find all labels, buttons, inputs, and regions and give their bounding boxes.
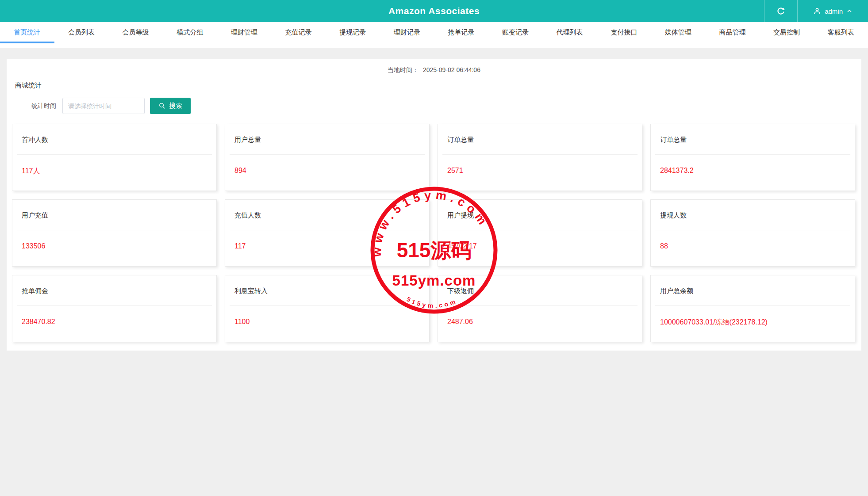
local-time-value: 2025-09-02 06:44:06	[423, 66, 480, 73]
card-divider	[655, 154, 850, 155]
stat-card-title: 订单总量	[660, 136, 845, 144]
stat-card-value: 117	[234, 242, 420, 250]
stat-card-value: 2571	[447, 167, 633, 175]
nav-tabs: 首页统计会员列表会员等级模式分组理财管理充值记录提现记录理财记录抢单记录账变记录…	[0, 22, 868, 48]
refresh-button[interactable]	[764, 0, 797, 22]
stat-card: 下级返佣2487.06	[438, 275, 642, 342]
stat-card: 用户充值133506	[12, 199, 217, 267]
stat-card-title: 用户总量	[234, 136, 420, 144]
stat-card-title: 用户总余额	[660, 287, 845, 295]
local-time: 当地时间： 2025-09-02 06:44:06	[7, 59, 861, 74]
refresh-icon	[776, 6, 786, 16]
tab-12[interactable]: 支付接口	[597, 22, 651, 48]
topbar-controls: admin	[764, 0, 868, 22]
card-divider	[230, 154, 425, 155]
card-divider	[17, 305, 212, 306]
stat-card: 用户总量894	[225, 124, 430, 191]
card-divider	[230, 230, 425, 230]
stat-card-value: 2841373.2	[660, 167, 845, 175]
card-divider	[230, 305, 425, 306]
stat-card-value: 1100	[234, 318, 420, 326]
card-divider	[442, 230, 638, 230]
user-menu[interactable]: admin	[797, 0, 868, 22]
stat-card-title: 下级返佣	[447, 287, 633, 295]
tab-3[interactable]: 会员等级	[108, 22, 163, 48]
stat-card-value: 894	[234, 167, 420, 175]
stat-card-value: 238470.82	[22, 318, 207, 326]
stat-time-input[interactable]	[62, 98, 145, 114]
stat-card-value: 2487.06	[447, 318, 633, 326]
stat-card: 用户提现45702.17	[438, 199, 642, 267]
tab-9[interactable]: 抢单记录	[434, 22, 488, 48]
tab-11[interactable]: 代理列表	[542, 22, 597, 48]
stat-card: 提现人数88	[650, 199, 855, 267]
stat-card-value: 10000607033.01/冻结(232178.12)	[660, 318, 845, 327]
tab-16[interactable]: 客服列表	[814, 22, 868, 48]
stat-card-value: 117人	[22, 167, 207, 176]
tab-14[interactable]: 商品管理	[705, 22, 760, 48]
card-divider	[655, 305, 850, 306]
main-panel: 当地时间： 2025-09-02 06:44:06 商城统计 统计时间 搜索 首…	[7, 59, 861, 351]
local-time-label: 当地时间：	[388, 66, 419, 73]
tab-2[interactable]: 会员列表	[54, 22, 109, 48]
card-divider	[17, 154, 212, 155]
tab-10[interactable]: 账变记录	[488, 22, 543, 48]
section-title: 商城统计	[15, 81, 861, 90]
tab-15[interactable]: 交易控制	[760, 22, 814, 48]
stat-card: 首冲人数117人	[12, 124, 217, 191]
search-icon	[158, 102, 166, 110]
tab-8[interactable]: 理财记录	[380, 22, 434, 48]
stat-card-title: 用户充值	[22, 211, 207, 220]
tab-4[interactable]: 模式分组	[163, 22, 217, 48]
stat-card: 抢单佣金238470.82	[12, 275, 217, 342]
stat-card: 充值人数117	[225, 199, 430, 267]
user-icon	[813, 7, 822, 15]
stat-card: 用户总余额10000607033.01/冻结(232178.12)	[650, 275, 855, 342]
stat-card-value: 88	[660, 242, 845, 250]
stat-card-title: 首冲人数	[22, 136, 207, 144]
search-label: 统计时间	[31, 102, 56, 110]
stat-card-value: 45702.17	[447, 242, 633, 250]
stat-card-title: 提现人数	[660, 211, 845, 220]
stat-card-title: 抢单佣金	[22, 287, 207, 295]
stats-grid: 首冲人数117人用户总量894订单总量2571订单总量2841373.2用户充值…	[12, 124, 855, 342]
card-divider	[442, 305, 638, 306]
stat-card-title: 订单总量	[447, 136, 633, 144]
app-title: Amazon Associates	[0, 6, 868, 16]
user-name: admin	[825, 8, 843, 15]
search-row: 统计时间 搜索	[31, 98, 861, 114]
tab-7[interactable]: 提现记录	[326, 22, 380, 48]
top-bar: Amazon Associates admin	[0, 0, 868, 22]
tab-5[interactable]: 理财管理	[217, 22, 272, 48]
tab-6[interactable]: 充值记录	[271, 22, 326, 48]
stat-card: 订单总量2841373.2	[650, 124, 855, 191]
stat-card-title: 利息宝转入	[234, 287, 420, 295]
search-button-label: 搜索	[169, 102, 182, 110]
card-divider	[17, 230, 212, 230]
search-button[interactable]: 搜索	[150, 98, 191, 114]
tab-1[interactable]: 首页统计	[0, 22, 54, 48]
stat-card-title: 用户提现	[447, 211, 633, 220]
tab-13[interactable]: 媒体管理	[651, 22, 706, 48]
card-divider	[655, 230, 850, 230]
stat-card-title: 充值人数	[234, 211, 420, 220]
stat-card: 利息宝转入1100	[225, 275, 430, 342]
card-divider	[442, 154, 638, 155]
stat-card-value: 133506	[22, 242, 207, 250]
chevron-up-icon	[846, 8, 853, 15]
stat-card: 订单总量2571	[438, 124, 642, 191]
